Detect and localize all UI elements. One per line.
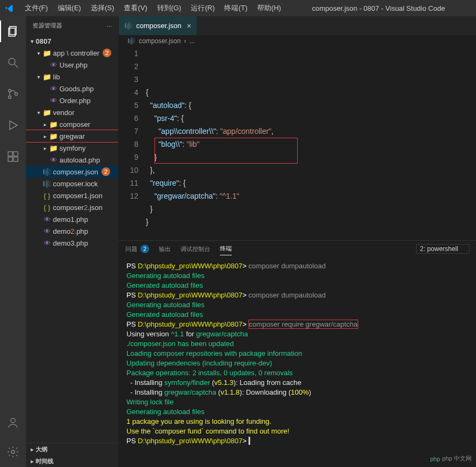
file-item[interactable]: 👁demo2.php bbox=[26, 225, 118, 237]
file-item[interactable]: 👁demo1.php bbox=[26, 213, 118, 225]
menu-item[interactable]: 终端(T) bbox=[220, 1, 252, 15]
explorer-header: 资源管理器 ··· bbox=[26, 16, 118, 35]
terminal-line: Writing lock file bbox=[126, 397, 468, 407]
svg-rect-8 bbox=[8, 152, 12, 156]
folder-item[interactable]: ▾📁app \ controller2 bbox=[26, 47, 118, 59]
breadcrumb-file: composer.json bbox=[139, 37, 180, 45]
panel-tab-debug[interactable]: 调试控制台 bbox=[180, 243, 210, 255]
composer-file-icon: 🎼 bbox=[42, 168, 52, 176]
folder-item[interactable]: ▸📁gregwar bbox=[26, 130, 118, 142]
tab-composer-json[interactable]: 🎼 composer.json × bbox=[119, 16, 197, 35]
terminal-line: Generated autoload files bbox=[126, 310, 468, 320]
json-file-icon: { } bbox=[42, 192, 52, 200]
panel-tab-problems[interactable]: 问题 2 bbox=[125, 242, 149, 255]
menu-item[interactable]: 帮助(H) bbox=[253, 1, 285, 15]
tree-item-label: composer.lock bbox=[53, 180, 98, 188]
php-file-icon: 👁 bbox=[42, 227, 52, 235]
code-content[interactable]: { "autoload": { "psr-4": { "app\\control… bbox=[146, 47, 476, 240]
settings-gear-icon[interactable] bbox=[0, 441, 26, 463]
panel-tab-terminal[interactable]: 终端 bbox=[220, 242, 232, 255]
source-control-tab-icon[interactable] bbox=[0, 83, 26, 105]
svg-rect-10 bbox=[14, 157, 18, 161]
file-item[interactable]: 👁Order.php bbox=[26, 94, 118, 106]
terminal-line: Generating autoload files bbox=[126, 407, 468, 417]
line-numbers: 123456789101112 bbox=[119, 47, 146, 240]
file-item[interactable]: 👁demo3.php bbox=[26, 237, 118, 249]
extensions-tab-icon[interactable] bbox=[0, 146, 26, 167]
folder-item[interactable]: ▸📁composer bbox=[26, 118, 118, 130]
file-item[interactable]: { }composer2.json bbox=[26, 201, 118, 213]
file-item[interactable]: 🎼composer.lock bbox=[26, 178, 118, 189]
folder-item[interactable]: ▸📁symfony bbox=[26, 142, 118, 154]
terminal-line: - Installing gregwar/captcha (v1.1.8): D… bbox=[126, 388, 468, 397]
tree-item-label: symfony bbox=[59, 144, 85, 152]
folder-icon: 📁 bbox=[49, 120, 58, 128]
menu-item[interactable]: 转到(G) bbox=[153, 1, 186, 15]
window-title: composer.json - 0807 - Visual Studio Cod… bbox=[285, 4, 472, 12]
terminal-selector[interactable]: 2: powershell bbox=[416, 244, 470, 254]
breadcrumb[interactable]: 🎼 composer.json › ... bbox=[119, 35, 476, 47]
tree-item-label: composer.json bbox=[53, 168, 98, 176]
folder-icon: 📁 bbox=[42, 49, 52, 57]
composer-file-icon: 🎼 bbox=[128, 37, 136, 45]
folder-icon: 📁 bbox=[49, 132, 58, 140]
menu-item[interactable]: 查看(V) bbox=[119, 1, 151, 15]
tree-item-label: composer2.json bbox=[53, 204, 103, 212]
run-debug-tab-icon[interactable] bbox=[0, 114, 26, 136]
svg-line-3 bbox=[15, 64, 18, 67]
menu-bar: 文件(F)编辑(E)选择(S)查看(V)转到(G)运行(R)终端(T)帮助(H) bbox=[21, 1, 285, 15]
close-icon[interactable]: × bbox=[187, 22, 191, 30]
tree-item-label: gregwar bbox=[59, 132, 85, 140]
terminal-line: Updating dependencies (including require… bbox=[126, 358, 468, 368]
terminal-line: PS D:\phpstudy_pro\WWW\php\0807> bbox=[126, 436, 468, 446]
terminal-line: PS D:\phpstudy_pro\WWW\php\0807> compose… bbox=[126, 320, 468, 329]
terminal-line: PS D:\phpstudy_pro\WWW\php\0807> compose… bbox=[126, 290, 468, 300]
tree-item-label: User.php bbox=[59, 61, 88, 69]
menu-item[interactable]: 文件(F) bbox=[21, 1, 52, 15]
svg-point-4 bbox=[9, 90, 11, 92]
timeline-section[interactable]: ▸时间线 bbox=[26, 455, 118, 467]
terminal-line: - Installing symfony/finder (v5.1.3): Lo… bbox=[126, 378, 468, 388]
svg-marker-7 bbox=[10, 121, 17, 130]
root-folder[interactable]: ▾ 0807 bbox=[26, 35, 118, 47]
folder-item[interactable]: ▾📁vendor bbox=[26, 106, 118, 118]
more-icon[interactable]: ··· bbox=[107, 23, 112, 29]
terminal-line: Loading composer repositories with packa… bbox=[126, 349, 468, 358]
problems-count-badge: 2 bbox=[140, 245, 149, 253]
file-item[interactable]: 👁User.php bbox=[26, 59, 118, 71]
terminal-line: Generated autoload files bbox=[126, 281, 468, 290]
menu-item[interactable]: 选择(S) bbox=[86, 1, 118, 15]
file-item[interactable]: { }composer1.json bbox=[26, 189, 118, 201]
file-tree[interactable]: ▾📁app \ controller2👁User.php▾📁lib👁Goods.… bbox=[26, 47, 118, 443]
svg-rect-11 bbox=[14, 152, 18, 156]
editor-tabs: 🎼 composer.json × bbox=[119, 16, 476, 35]
menu-item[interactable]: 编辑(E) bbox=[53, 1, 85, 15]
menu-item[interactable]: 运行(R) bbox=[186, 1, 219, 15]
explorer-tab-icon[interactable] bbox=[0, 21, 26, 42]
tree-item-label: composer1.json bbox=[53, 192, 103, 200]
file-item[interactable]: 🎼composer.json2 bbox=[26, 166, 118, 178]
outline-section[interactable]: ▸大纲 bbox=[26, 443, 118, 455]
highlight-require-box bbox=[155, 138, 298, 164]
git-change-badge: 2 bbox=[103, 49, 111, 57]
file-item[interactable]: 👁Goods.php bbox=[26, 83, 118, 94]
php-file-icon: 👁 bbox=[49, 156, 58, 164]
panel-tab-output[interactable]: 输出 bbox=[159, 243, 171, 255]
terminal-content[interactable]: PS D:\phpstudy_pro\WWW\php\0807> compose… bbox=[119, 257, 476, 467]
file-item[interactable]: 👁autoload.php bbox=[26, 154, 118, 166]
accounts-icon[interactable] bbox=[0, 412, 26, 434]
search-tab-icon[interactable] bbox=[0, 52, 26, 73]
tree-item-label: app \ controller bbox=[53, 49, 99, 57]
svg-point-2 bbox=[9, 58, 15, 65]
terminal-line: Use the `composer fund` command to find … bbox=[126, 427, 468, 436]
terminal-line: Generating autoload files bbox=[126, 271, 468, 281]
folder-item[interactable]: ▾📁lib bbox=[26, 71, 118, 83]
terminal-line: Generating autoload files bbox=[126, 300, 468, 310]
tree-item-label: Order.php bbox=[59, 97, 91, 105]
code-editor[interactable]: 123456789101112 { "autoload": { "psr-4":… bbox=[119, 47, 476, 240]
tree-item-label: vendor bbox=[53, 109, 75, 117]
explorer-sidebar: 资源管理器 ··· ▾ 0807 ▾📁app \ controller2👁Use… bbox=[26, 16, 119, 467]
chevron-down-icon: ▾ bbox=[28, 38, 36, 44]
tree-item-label: lib bbox=[53, 73, 60, 81]
folder-icon: 📁 bbox=[42, 109, 52, 117]
